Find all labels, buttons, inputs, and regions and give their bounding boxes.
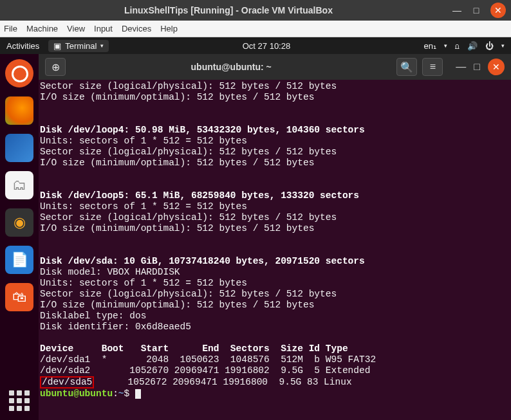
disk-header-sda: Disk /dev/sda: 10 GiB, 10737418240 bytes… xyxy=(40,256,365,266)
prompt-user: ubuntu@ubuntu xyxy=(40,388,113,399)
app-menu-label: Terminal xyxy=(65,41,97,51)
maximize-button[interactable]: □ xyxy=(474,61,480,73)
maximize-button[interactable]: □ xyxy=(471,5,481,15)
power-icon[interactable]: ⏻ xyxy=(485,41,494,51)
ubuntu-dock: 🗂 ◉ 📄 🛍 xyxy=(0,54,39,420)
chevron-down-icon: ▾ xyxy=(100,42,104,49)
output-line: Sector size (logical/physical): 512 byte… xyxy=(40,81,337,91)
app-menu-dropdown[interactable]: ▣ Terminal ▾ xyxy=(48,40,109,52)
gnome-topbar-left: Activities ▣ Terminal ▾ xyxy=(6,40,109,52)
output-line: Disklabel type: dos xyxy=(40,311,146,321)
show-applications-icon[interactable] xyxy=(5,59,33,87)
output-line: I/O size (minimum/optimal): 512 bytes / … xyxy=(40,223,314,233)
clock[interactable]: Oct 27 10:28 xyxy=(115,41,417,51)
activities-button[interactable]: Activities xyxy=(6,41,39,51)
output-line: Sector size (logical/physical): 512 byte… xyxy=(40,212,337,223)
output-line: Disk model: VBOX HARDDISK xyxy=(40,267,197,277)
rhythmbox-icon[interactable]: ◉ xyxy=(5,208,33,237)
files-icon[interactable]: 🗂 xyxy=(5,171,33,199)
vbox-titlebar: LinuxShellTips [Running] - Oracle VM Vir… xyxy=(0,0,511,21)
hamburger-icon: ≡ xyxy=(430,61,436,73)
firefox-icon[interactable] xyxy=(5,96,33,125)
partition-table-header: Device Boot Start End Sectors Size Id Ty… xyxy=(40,343,348,354)
output-line: I/O size (minimum/optimal): 512 bytes / … xyxy=(40,158,314,168)
minimize-button[interactable]: — xyxy=(456,61,466,73)
terminal-output[interactable]: Sector size (logical/physical): 512 byte… xyxy=(39,80,511,420)
menu-devices[interactable]: Devices xyxy=(122,24,151,33)
vbox-window-controls: — □ ✕ xyxy=(452,3,506,18)
disk-header-loop4: Disk /dev/loop4: 50.98 MiB, 53432320 byt… xyxy=(40,125,365,135)
menu-file[interactable]: File xyxy=(4,24,17,33)
output-line: Units: sectors of 1 * 512 = 512 bytes xyxy=(40,278,247,288)
chevron-down-icon: ▾ xyxy=(501,42,505,49)
search-icon: 🔍 xyxy=(400,61,413,73)
prompt-symbol: $ xyxy=(124,388,130,399)
libreoffice-writer-icon[interactable]: 📄 xyxy=(5,246,33,274)
gnome-topbar: Activities ▣ Terminal ▾ Oct 27 10:28 en₁… xyxy=(0,37,511,54)
highlighted-device: /dev/sda5 xyxy=(40,376,94,388)
chevron-down-icon: ▾ xyxy=(444,42,447,49)
output-line: Disk identifier: 0x6d8eaed5 xyxy=(40,322,191,332)
terminal-headerbar: ⊕ ubuntu@ubuntu: ~ 🔍 ≡ — □ ✕ xyxy=(39,54,511,80)
output-line: Sector size (logical/physical): 512 byte… xyxy=(40,147,337,157)
cursor xyxy=(135,389,141,399)
gnome-status-area: en₁ ▾ ⩍ 🔊 ⏻ ▾ xyxy=(424,41,505,51)
output-line: Units: sectors of 1 * 512 = 512 bytes xyxy=(40,201,247,212)
content-row: 🗂 ◉ 📄 🛍 ⊕ ubuntu@ubuntu: ~ 🔍 ≡ xyxy=(0,54,511,420)
menu-help[interactable]: Help xyxy=(160,24,178,33)
terminal-window-controls: — □ ✕ xyxy=(456,59,505,75)
new-tab-button[interactable]: ⊕ xyxy=(45,58,66,76)
output-line: I/O size (minimum/optimal): 512 bytes / … xyxy=(40,300,314,310)
terminal-icon: ▣ xyxy=(53,41,61,51)
close-button[interactable]: ✕ xyxy=(488,59,505,75)
output-line: Sector size (logical/physical): 512 byte… xyxy=(40,289,337,299)
menu-view[interactable]: View xyxy=(67,24,85,33)
menu-input[interactable]: Input xyxy=(94,24,113,33)
vbox-title: LinuxShellTips [Running] - Oracle VM Vir… xyxy=(5,5,452,15)
menu-machine[interactable]: Machine xyxy=(26,24,58,33)
output-line: I/O size (minimum/optimal): 512 bytes / … xyxy=(40,92,314,102)
virtualbox-window: LinuxShellTips [Running] - Oracle VM Vir… xyxy=(0,0,511,420)
partition-row: /dev/sda1 * 2048 1050623 1048576 512M b … xyxy=(40,354,376,365)
volume-icon[interactable]: 🔊 xyxy=(467,41,478,51)
terminal-window: ⊕ ubuntu@ubuntu: ~ 🔍 ≡ — □ ✕ Sector size… xyxy=(39,54,511,420)
partition-row-rest: 1052672 20969471 19916800 9.5G 83 Linux xyxy=(94,377,351,387)
ubuntu-software-icon[interactable]: 🛍 xyxy=(5,283,33,311)
minimize-button[interactable]: — xyxy=(452,5,462,15)
app-grid-icon[interactable] xyxy=(5,387,33,415)
network-icon[interactable]: ⩍ xyxy=(455,41,460,51)
vbox-menubar: File Machine View Input Devices Help xyxy=(0,21,511,37)
close-button[interactable]: ✕ xyxy=(490,3,506,18)
thunderbird-icon[interactable] xyxy=(5,134,33,162)
terminal-title: ubuntu@ubuntu: ~ xyxy=(71,62,391,72)
search-button[interactable]: 🔍 xyxy=(396,58,417,76)
guest-os-area: Activities ▣ Terminal ▾ Oct 27 10:28 en₁… xyxy=(0,37,511,420)
language-indicator[interactable]: en₁ xyxy=(424,41,436,51)
output-line: Units: sectors of 1 * 512 = 512 bytes xyxy=(40,136,247,146)
disk-header-loop5: Disk /dev/loop5: 65.1 MiB, 68259840 byte… xyxy=(40,190,359,201)
partition-row: /dev/sda2 1052670 20969471 19916802 9.5G… xyxy=(40,365,370,376)
prompt-path: ~ xyxy=(118,388,124,399)
menu-button[interactable]: ≡ xyxy=(422,58,443,76)
